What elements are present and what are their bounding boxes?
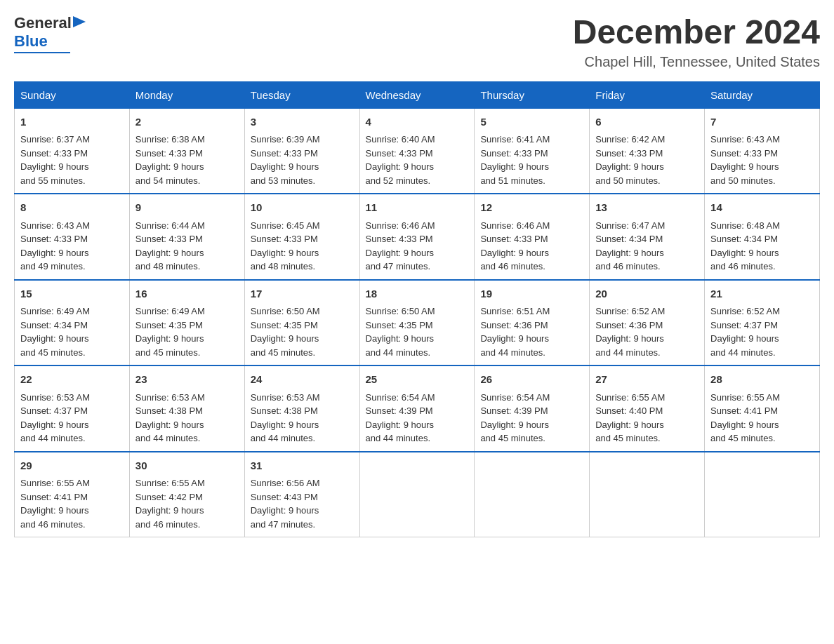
day-info: Sunrise: 6:51 AMSunset: 4:36 PMDaylight:… [480,304,583,359]
calendar-cell: 21Sunrise: 6:52 AMSunset: 4:37 PMDayligh… [705,280,820,366]
day-number: 16 [135,286,239,302]
weekday-header-sunday: Sunday [15,81,130,108]
day-info: Sunrise: 6:55 AMSunset: 4:41 PMDaylight:… [710,391,814,445]
day-info: Sunrise: 6:50 AMSunset: 4:35 PMDaylight:… [366,304,469,359]
day-number: 31 [251,458,354,474]
calendar-cell: 19Sunrise: 6:51 AMSunset: 4:36 PMDayligh… [475,280,590,366]
day-number: 22 [20,372,124,388]
day-info: Sunrise: 6:54 AMSunset: 4:39 PMDaylight:… [366,391,469,445]
title-area: December 2024 Chapel Hill, Tennessee, Un… [573,14,820,70]
calendar-cell: 12Sunrise: 6:46 AMSunset: 4:33 PMDayligh… [475,194,590,280]
svg-marker-0 [73,16,86,27]
calendar-cell: 2Sunrise: 6:38 AMSunset: 4:33 PMDaylight… [129,108,244,194]
calendar-cell [590,452,705,537]
calendar-cell: 7Sunrise: 6:43 AMSunset: 4:33 PMDaylight… [705,108,820,194]
day-info: Sunrise: 6:46 AMSunset: 4:33 PMDaylight:… [480,219,583,274]
day-number: 3 [251,114,354,130]
calendar-cell: 13Sunrise: 6:47 AMSunset: 4:34 PMDayligh… [590,194,705,280]
day-number: 15 [20,286,124,302]
calendar-cell: 24Sunrise: 6:53 AMSunset: 4:38 PMDayligh… [244,365,359,452]
weekday-header-tuesday: Tuesday [244,81,359,108]
calendar-cell: 23Sunrise: 6:53 AMSunset: 4:38 PMDayligh… [129,365,244,452]
day-number: 25 [366,372,469,388]
day-number: 8 [20,200,124,216]
day-number: 2 [135,114,239,130]
day-info: Sunrise: 6:43 AMSunset: 4:33 PMDaylight:… [710,133,814,187]
day-number: 19 [480,286,583,302]
day-number: 1 [20,114,124,130]
page-header: General Blue December 2024 Chapel Hill, … [14,14,820,70]
day-number: 30 [135,458,239,474]
day-number: 18 [366,286,469,302]
day-number: 9 [135,200,239,216]
day-number: 12 [480,200,583,216]
calendar-week-row: 22Sunrise: 6:53 AMSunset: 4:37 PMDayligh… [15,365,820,452]
day-info: Sunrise: 6:52 AMSunset: 4:37 PMDaylight:… [710,304,814,359]
calendar-cell: 17Sunrise: 6:50 AMSunset: 4:35 PMDayligh… [244,280,359,366]
day-info: Sunrise: 6:50 AMSunset: 4:35 PMDaylight:… [251,304,354,359]
day-number: 20 [595,286,699,302]
location-title: Chapel Hill, Tennessee, United States [573,54,820,70]
calendar-cell: 31Sunrise: 6:56 AMSunset: 4:43 PMDayligh… [244,452,359,537]
calendar-cell: 8Sunrise: 6:43 AMSunset: 4:33 PMDaylight… [15,194,130,280]
calendar-cell: 9Sunrise: 6:44 AMSunset: 4:33 PMDaylight… [129,194,244,280]
day-info: Sunrise: 6:55 AMSunset: 4:41 PMDaylight:… [20,476,124,531]
month-title: December 2024 [573,14,820,51]
day-number: 17 [251,286,354,302]
calendar-cell: 14Sunrise: 6:48 AMSunset: 4:34 PMDayligh… [705,194,820,280]
calendar-cell: 5Sunrise: 6:41 AMSunset: 4:33 PMDaylight… [475,108,590,194]
day-info: Sunrise: 6:49 AMSunset: 4:34 PMDaylight:… [20,304,124,359]
day-number: 14 [710,200,814,216]
calendar-cell [705,452,820,537]
day-number: 5 [480,114,583,130]
calendar-cell [359,452,475,537]
calendar-cell: 28Sunrise: 6:55 AMSunset: 4:41 PMDayligh… [705,365,820,452]
calendar-cell: 1Sunrise: 6:37 AMSunset: 4:33 PMDaylight… [15,108,130,194]
calendar-cell: 4Sunrise: 6:40 AMSunset: 4:33 PMDaylight… [359,108,475,194]
calendar-cell: 25Sunrise: 6:54 AMSunset: 4:39 PMDayligh… [359,365,475,452]
day-info: Sunrise: 6:49 AMSunset: 4:35 PMDaylight:… [135,304,239,359]
logo-blue: Blue [14,32,48,51]
calendar-cell [475,452,590,537]
calendar-week-row: 29Sunrise: 6:55 AMSunset: 4:41 PMDayligh… [15,452,820,537]
calendar-cell: 26Sunrise: 6:54 AMSunset: 4:39 PMDayligh… [475,365,590,452]
calendar-week-row: 8Sunrise: 6:43 AMSunset: 4:33 PMDaylight… [15,194,820,280]
day-info: Sunrise: 6:45 AMSunset: 4:33 PMDaylight:… [251,219,354,274]
calendar-cell: 11Sunrise: 6:46 AMSunset: 4:33 PMDayligh… [359,194,475,280]
day-info: Sunrise: 6:37 AMSunset: 4:33 PMDaylight:… [20,133,124,187]
day-info: Sunrise: 6:55 AMSunset: 4:42 PMDaylight:… [135,476,239,531]
weekday-header-row: SundayMondayTuesdayWednesdayThursdayFrid… [15,81,820,108]
day-number: 23 [135,372,239,388]
day-number: 7 [710,114,814,130]
logo-arrow-icon [73,15,86,29]
day-info: Sunrise: 6:44 AMSunset: 4:33 PMDaylight:… [135,219,239,274]
calendar-cell: 10Sunrise: 6:45 AMSunset: 4:33 PMDayligh… [244,194,359,280]
day-info: Sunrise: 6:41 AMSunset: 4:33 PMDaylight:… [480,133,583,187]
calendar-table: SundayMondayTuesdayWednesdayThursdayFrid… [14,81,820,538]
day-number: 13 [595,200,699,216]
day-number: 21 [710,286,814,302]
weekday-header-friday: Friday [590,81,705,108]
logo-underline [14,52,70,53]
calendar-cell: 15Sunrise: 6:49 AMSunset: 4:34 PMDayligh… [15,280,130,366]
day-number: 6 [595,114,699,130]
calendar-cell: 3Sunrise: 6:39 AMSunset: 4:33 PMDaylight… [244,108,359,194]
day-info: Sunrise: 6:48 AMSunset: 4:34 PMDaylight:… [710,219,814,274]
weekday-header-wednesday: Wednesday [359,81,475,108]
day-info: Sunrise: 6:53 AMSunset: 4:38 PMDaylight:… [135,391,239,445]
calendar-cell: 29Sunrise: 6:55 AMSunset: 4:41 PMDayligh… [15,452,130,537]
weekday-header-monday: Monday [129,81,244,108]
weekday-header-thursday: Thursday [475,81,590,108]
day-number: 10 [251,200,354,216]
day-info: Sunrise: 6:53 AMSunset: 4:37 PMDaylight:… [20,391,124,445]
calendar-cell: 20Sunrise: 6:52 AMSunset: 4:36 PMDayligh… [590,280,705,366]
calendar-cell: 18Sunrise: 6:50 AMSunset: 4:35 PMDayligh… [359,280,475,366]
day-info: Sunrise: 6:53 AMSunset: 4:38 PMDaylight:… [251,391,354,445]
logo: General Blue [14,14,86,53]
day-number: 24 [251,372,354,388]
day-info: Sunrise: 6:52 AMSunset: 4:36 PMDaylight:… [595,304,699,359]
day-info: Sunrise: 6:54 AMSunset: 4:39 PMDaylight:… [480,391,583,445]
day-number: 27 [595,372,699,388]
day-info: Sunrise: 6:42 AMSunset: 4:33 PMDaylight:… [595,133,699,187]
calendar-week-row: 15Sunrise: 6:49 AMSunset: 4:34 PMDayligh… [15,280,820,366]
